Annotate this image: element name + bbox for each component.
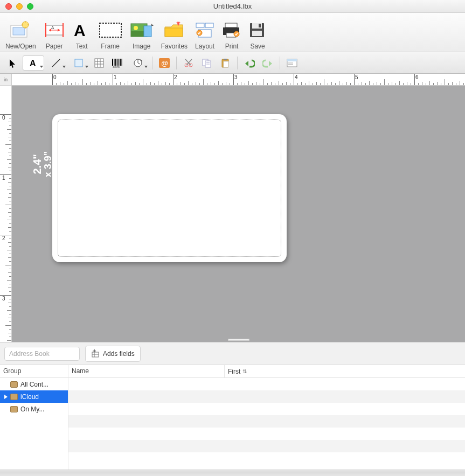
line-tool-button[interactable]	[45, 55, 67, 71]
table-row[interactable]	[68, 428, 465, 440]
new-open-icon	[9, 19, 32, 41]
layout-label: Layout	[195, 43, 214, 50]
column-header-first[interactable]: First ⇅	[225, 365, 465, 377]
table-row[interactable]	[68, 378, 465, 390]
save-button[interactable]: Save	[249, 19, 266, 50]
frame-icon	[99, 19, 122, 41]
favorites-button[interactable]: Favorites	[161, 19, 188, 50]
redo-icon	[262, 58, 273, 68]
clock-icon	[133, 58, 143, 68]
copy-icon	[202, 58, 212, 68]
label-height-text: 2.4"	[31, 151, 43, 178]
layout-button[interactable]: Layout	[195, 19, 214, 50]
barcode-tool-button[interactable]: 456789	[109, 55, 126, 71]
layout-icon	[195, 19, 214, 41]
undo-button[interactable]	[241, 55, 258, 71]
cut-button[interactable]	[180, 55, 197, 71]
new-open-button[interactable]: New/Open	[5, 19, 36, 50]
pointer-tool-button[interactable]	[4, 55, 22, 71]
secondary-toolbar: A 456789 @	[0, 52, 465, 74]
label-size-text: 2.4" x 3.9"	[31, 151, 54, 178]
table-row[interactable]	[68, 440, 465, 452]
adds-fields-label: Adds fields	[103, 350, 135, 358]
adds-fields-button[interactable]: Adds fields	[85, 346, 141, 362]
table-row[interactable]	[68, 390, 465, 403]
adds-fields-icon	[91, 349, 100, 358]
records-table[interactable]	[68, 378, 465, 470]
table-icon	[94, 58, 104, 68]
database-panel: Address Book Adds fields Group Name Firs…	[0, 342, 465, 470]
table-tool-button[interactable]	[91, 55, 108, 71]
table-row[interactable]	[68, 415, 465, 428]
text-button[interactable]: A Text	[73, 19, 91, 50]
svg-rect-1	[13, 27, 25, 35]
toolbar-separator	[152, 57, 152, 69]
svg-text:456789: 456789	[113, 66, 120, 68]
columns-header: Group Name First ⇅	[0, 365, 465, 378]
group-item-on-my[interactable]: On My...	[0, 403, 68, 415]
svg-text:A: A	[51, 25, 54, 30]
svg-rect-15	[100, 23, 121, 37]
group-item-icloud[interactable]: iCloud	[0, 390, 68, 403]
vertical-ruler: 0123	[0, 86, 12, 342]
column-header-first-label: First	[228, 368, 240, 375]
text-label: Text	[76, 43, 88, 50]
main-toolbar: New/Open A Paper A Text Frame Image Favo…	[0, 13, 465, 52]
horizontal-ruler: 0123456	[12, 74, 465, 86]
frame-button[interactable]: Frame	[99, 19, 122, 50]
table-row[interactable]	[68, 452, 465, 465]
svg-rect-64	[224, 61, 228, 67]
new-open-label: New/Open	[5, 43, 36, 50]
chevron-down-icon	[63, 66, 66, 68]
toolbar-separator	[280, 57, 280, 69]
image-button[interactable]: Image	[130, 19, 154, 50]
svg-text:@: @	[161, 59, 168, 67]
text-tool-button[interactable]: A	[23, 55, 44, 71]
column-header-group[interactable]: Group	[0, 365, 68, 377]
window-resize-footer[interactable]	[0, 470, 465, 476]
datetime-tool-button[interactable]	[127, 55, 149, 71]
folder-icon	[10, 394, 18, 400]
copy-button[interactable]	[198, 55, 216, 71]
paste-button[interactable]	[217, 55, 234, 71]
svg-marker-66	[269, 61, 272, 66]
svg-line-34	[52, 59, 60, 67]
print-label: Print	[225, 43, 239, 50]
svg-rect-36	[95, 59, 103, 67]
barcode-icon: 456789	[112, 58, 123, 68]
panel-resize-handle[interactable]	[228, 339, 249, 341]
properties-button[interactable]	[283, 55, 301, 71]
group-label: On My...	[20, 405, 44, 413]
email-tool-button[interactable]: @	[156, 55, 173, 71]
shape-icon	[74, 58, 84, 68]
redo-button[interactable]	[259, 55, 276, 71]
label-canvas[interactable]	[52, 114, 287, 262]
svg-rect-31	[259, 24, 261, 27]
disclosure-triangle-icon[interactable]	[4, 395, 8, 399]
svg-text:A: A	[74, 22, 86, 38]
canvas-area[interactable]: 2.4" x 3.9"	[12, 86, 465, 342]
svg-rect-32	[252, 31, 262, 36]
paper-icon: A	[44, 19, 65, 41]
window-titlebar: Untitled4.lbx	[0, 0, 465, 13]
pointer-icon	[8, 58, 18, 68]
undo-icon	[244, 58, 255, 68]
frame-label: Frame	[101, 43, 120, 50]
shape-tool-button[interactable]	[68, 55, 89, 71]
table-row[interactable]	[68, 403, 465, 415]
svg-rect-22	[205, 23, 213, 27]
column-header-name[interactable]: Name	[68, 365, 225, 377]
print-icon	[222, 19, 241, 41]
image-icon	[130, 19, 154, 41]
scissors-icon	[184, 58, 193, 68]
chevron-down-icon	[85, 66, 88, 68]
group-list: All Cont... iCloud On My...	[0, 378, 68, 470]
print-button[interactable]: Print	[222, 19, 241, 50]
address-book-field[interactable]: Address Book	[4, 347, 80, 361]
group-item-all-contacts[interactable]: All Cont...	[0, 378, 68, 390]
svg-marker-20	[151, 24, 154, 26]
folder-icon	[10, 381, 18, 388]
line-icon	[51, 58, 61, 68]
paper-button[interactable]: A Paper	[44, 19, 65, 50]
svg-text:A: A	[30, 59, 36, 68]
